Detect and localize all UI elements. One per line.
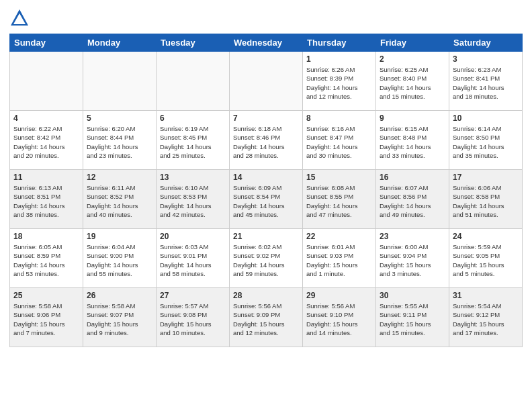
page-container: SundayMondayTuesdayWednesdayThursdayFrid… — [0, 0, 532, 411]
day-number: 1 — [306, 54, 372, 64]
calendar-cell: 4Sunrise: 6:22 AM Sunset: 8:42 PM Daylig… — [10, 111, 83, 170]
day-info: Sunrise: 6:25 AM Sunset: 8:40 PM Dayligh… — [380, 65, 445, 101]
weekday-header-saturday: Saturday — [449, 34, 523, 52]
weekday-header-sunday: Sunday — [10, 34, 83, 52]
calendar-cell: 13Sunrise: 6:10 AM Sunset: 8:53 PM Dayli… — [157, 170, 230, 229]
calendar-cell: 28Sunrise: 5:56 AM Sunset: 9:09 PM Dayli… — [230, 288, 303, 347]
calendar-cell: 12Sunrise: 6:11 AM Sunset: 8:52 PM Dayli… — [83, 170, 157, 229]
day-number: 19 — [87, 232, 152, 241]
week-row-1: 4Sunrise: 6:22 AM Sunset: 8:42 PM Daylig… — [10, 111, 523, 170]
day-info: Sunrise: 5:58 AM Sunset: 9:07 PM Dayligh… — [87, 302, 152, 337]
calendar-cell: 19Sunrise: 6:04 AM Sunset: 9:00 PM Dayli… — [83, 229, 157, 288]
calendar-cell: 27Sunrise: 5:57 AM Sunset: 9:08 PM Dayli… — [157, 288, 230, 347]
calendar-cell: 15Sunrise: 6:08 AM Sunset: 8:55 PM Dayli… — [303, 170, 376, 229]
day-info: Sunrise: 5:58 AM Sunset: 9:06 PM Dayligh… — [13, 302, 79, 337]
calendar-cell: 31Sunrise: 5:54 AM Sunset: 9:12 PM Dayli… — [449, 288, 523, 347]
day-info: Sunrise: 6:26 AM Sunset: 8:39 PM Dayligh… — [306, 65, 372, 101]
day-number: 22 — [306, 232, 372, 241]
day-number: 28 — [233, 291, 299, 300]
day-info: Sunrise: 6:02 AM Sunset: 9:02 PM Dayligh… — [233, 242, 299, 278]
logo-icon — [9, 8, 30, 28]
weekday-header-wednesday: Wednesday — [230, 34, 303, 52]
calendar-cell: 23Sunrise: 6:00 AM Sunset: 9:04 PM Dayli… — [376, 229, 449, 288]
day-info: Sunrise: 5:59 AM Sunset: 9:05 PM Dayligh… — [453, 242, 519, 278]
calendar-cell: 18Sunrise: 6:05 AM Sunset: 8:59 PM Dayli… — [10, 229, 83, 288]
calendar-cell: 8Sunrise: 6:16 AM Sunset: 8:47 PM Daylig… — [303, 111, 376, 170]
day-number: 5 — [87, 113, 152, 123]
weekday-header-friday: Friday — [376, 34, 449, 52]
day-info: Sunrise: 6:18 AM Sunset: 8:46 PM Dayligh… — [233, 124, 299, 160]
day-info: Sunrise: 6:16 AM Sunset: 8:47 PM Dayligh… — [306, 124, 372, 160]
calendar-cell: 29Sunrise: 5:56 AM Sunset: 9:10 PM Dayli… — [303, 288, 376, 347]
day-number: 20 — [160, 232, 226, 241]
day-number: 29 — [306, 291, 372, 300]
calendar-cell: 6Sunrise: 6:19 AM Sunset: 8:45 PM Daylig… — [157, 111, 230, 170]
day-info: Sunrise: 5:55 AM Sunset: 9:11 PM Dayligh… — [380, 302, 445, 337]
day-info: Sunrise: 6:13 AM Sunset: 8:51 PM Dayligh… — [13, 183, 79, 219]
day-number: 12 — [87, 173, 152, 182]
calendar-cell: 20Sunrise: 6:03 AM Sunset: 9:01 PM Dayli… — [157, 229, 230, 288]
weekday-header-monday: Monday — [83, 34, 157, 52]
day-info: Sunrise: 6:05 AM Sunset: 8:59 PM Dayligh… — [13, 242, 79, 278]
day-info: Sunrise: 6:10 AM Sunset: 8:53 PM Dayligh… — [160, 183, 226, 219]
day-number: 31 — [453, 291, 519, 300]
calendar-cell: 26Sunrise: 5:58 AM Sunset: 9:07 PM Dayli… — [83, 288, 157, 347]
day-info: Sunrise: 6:11 AM Sunset: 8:52 PM Dayligh… — [87, 183, 152, 219]
day-number: 14 — [233, 173, 299, 182]
day-number: 26 — [87, 291, 152, 300]
day-number: 27 — [160, 291, 226, 300]
day-info: Sunrise: 6:04 AM Sunset: 9:00 PM Dayligh… — [87, 242, 152, 278]
calendar-cell: 17Sunrise: 6:06 AM Sunset: 8:58 PM Dayli… — [449, 170, 523, 229]
day-number: 18 — [13, 232, 79, 241]
day-info: Sunrise: 6:06 AM Sunset: 8:58 PM Dayligh… — [453, 183, 519, 219]
day-info: Sunrise: 6:15 AM Sunset: 8:48 PM Dayligh… — [380, 124, 445, 160]
day-number: 24 — [453, 232, 519, 241]
day-number: 3 — [453, 54, 519, 64]
day-info: Sunrise: 6:23 AM Sunset: 8:41 PM Dayligh… — [453, 65, 519, 101]
day-number: 25 — [13, 291, 79, 300]
calendar-cell: 2Sunrise: 6:25 AM Sunset: 8:40 PM Daylig… — [376, 52, 449, 111]
day-number: 10 — [453, 113, 519, 123]
day-number: 4 — [13, 113, 79, 123]
week-row-4: 25Sunrise: 5:58 AM Sunset: 9:06 PM Dayli… — [10, 288, 523, 347]
day-info: Sunrise: 5:54 AM Sunset: 9:12 PM Dayligh… — [453, 302, 519, 337]
day-number: 6 — [160, 113, 226, 123]
day-info: Sunrise: 6:03 AM Sunset: 9:01 PM Dayligh… — [160, 242, 226, 278]
day-info: Sunrise: 5:56 AM Sunset: 9:10 PM Dayligh… — [306, 302, 372, 337]
day-number: 2 — [380, 54, 445, 64]
day-info: Sunrise: 6:19 AM Sunset: 8:45 PM Dayligh… — [160, 124, 226, 160]
weekday-header-row: SundayMondayTuesdayWednesdayThursdayFrid… — [10, 34, 523, 52]
day-info: Sunrise: 6:00 AM Sunset: 9:04 PM Dayligh… — [380, 242, 445, 278]
day-info: Sunrise: 6:09 AM Sunset: 8:54 PM Dayligh… — [233, 183, 299, 219]
calendar-cell — [83, 52, 157, 111]
calendar-cell: 16Sunrise: 6:07 AM Sunset: 8:56 PM Dayli… — [376, 170, 449, 229]
day-number: 11 — [13, 173, 79, 182]
calendar-cell: 3Sunrise: 6:23 AM Sunset: 8:41 PM Daylig… — [449, 52, 523, 111]
day-info: Sunrise: 6:20 AM Sunset: 8:44 PM Dayligh… — [87, 124, 152, 160]
day-info: Sunrise: 6:01 AM Sunset: 9:03 PM Dayligh… — [306, 242, 372, 278]
calendar-cell: 14Sunrise: 6:09 AM Sunset: 8:54 PM Dayli… — [230, 170, 303, 229]
calendar-cell: 25Sunrise: 5:58 AM Sunset: 9:06 PM Dayli… — [10, 288, 83, 347]
day-number: 7 — [233, 113, 299, 123]
day-number: 15 — [306, 173, 372, 182]
header — [9, 8, 523, 28]
day-number: 21 — [233, 232, 299, 241]
calendar-cell: 22Sunrise: 6:01 AM Sunset: 9:03 PM Dayli… — [303, 229, 376, 288]
calendar: SundayMondayTuesdayWednesdayThursdayFrid… — [9, 34, 523, 347]
day-number: 8 — [306, 113, 372, 123]
logo — [9, 8, 32, 28]
day-info: Sunrise: 6:14 AM Sunset: 8:50 PM Dayligh… — [453, 124, 519, 160]
weekday-header-tuesday: Tuesday — [157, 34, 230, 52]
day-number: 9 — [380, 113, 445, 123]
week-row-2: 11Sunrise: 6:13 AM Sunset: 8:51 PM Dayli… — [10, 170, 523, 229]
weekday-header-thursday: Thursday — [303, 34, 376, 52]
day-number: 16 — [380, 173, 445, 182]
calendar-cell: 7Sunrise: 6:18 AM Sunset: 8:46 PM Daylig… — [230, 111, 303, 170]
day-info: Sunrise: 6:08 AM Sunset: 8:55 PM Dayligh… — [306, 183, 372, 219]
day-number: 23 — [380, 232, 445, 241]
calendar-cell: 1Sunrise: 6:26 AM Sunset: 8:39 PM Daylig… — [303, 52, 376, 111]
day-number: 13 — [160, 173, 226, 182]
calendar-cell: 9Sunrise: 6:15 AM Sunset: 8:48 PM Daylig… — [376, 111, 449, 170]
calendar-cell: 30Sunrise: 5:55 AM Sunset: 9:11 PM Dayli… — [376, 288, 449, 347]
day-info: Sunrise: 6:07 AM Sunset: 8:56 PM Dayligh… — [380, 183, 445, 219]
